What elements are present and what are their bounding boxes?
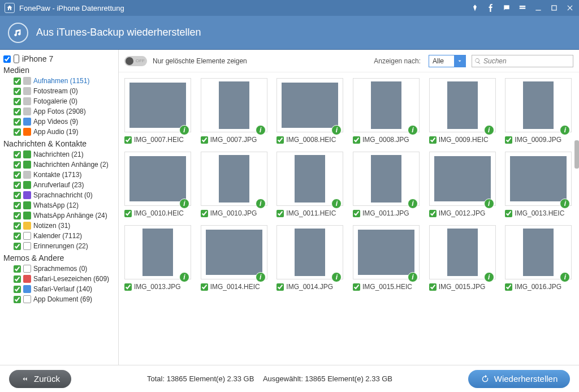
home-icon[interactable] bbox=[5, 3, 15, 13]
thumbnail[interactable]: i bbox=[505, 152, 572, 206]
scrollbar-thumb[interactable] bbox=[574, 140, 579, 169]
sidebar-item[interactable]: Safari-Verlauf (140) bbox=[3, 284, 115, 294]
thumbnail[interactable]: i bbox=[276, 78, 343, 132]
thumbnail[interactable]: i bbox=[505, 78, 572, 132]
item-checkbox[interactable] bbox=[14, 296, 21, 303]
item-checkbox[interactable] bbox=[14, 212, 21, 219]
sidebar-item[interactable]: Sprachnachricht (0) bbox=[3, 190, 115, 200]
item-checkbox[interactable] bbox=[14, 151, 21, 158]
item-checkbox[interactable] bbox=[14, 171, 21, 179]
thumbnail[interactable]: i bbox=[353, 225, 420, 279]
sidebar-item[interactable]: Safari-Lesezeichen (609) bbox=[3, 274, 115, 284]
diamond-icon[interactable] bbox=[470, 3, 479, 12]
sidebar-item[interactable]: Kontakte (1713) bbox=[3, 170, 115, 180]
thumb-checkbox[interactable] bbox=[276, 136, 284, 144]
search-box[interactable] bbox=[472, 55, 573, 67]
info-badge-icon[interactable]: i bbox=[408, 199, 418, 209]
thumbnail[interactable]: i bbox=[429, 152, 496, 206]
close-icon[interactable] bbox=[565, 3, 574, 12]
back-button[interactable]: Zurück bbox=[9, 370, 71, 388]
item-checkbox[interactable] bbox=[14, 98, 21, 105]
sidebar-item[interactable]: WhatsApp (12) bbox=[3, 200, 115, 210]
thumb-checkbox[interactable] bbox=[505, 210, 512, 217]
thumb-checkbox[interactable] bbox=[124, 283, 132, 291]
thumbnail[interactable]: i bbox=[353, 78, 420, 132]
thumb-checkbox[interactable] bbox=[124, 210, 132, 217]
info-badge-icon[interactable]: i bbox=[560, 125, 570, 135]
sidebar-item[interactable]: App Videos (9) bbox=[3, 117, 115, 127]
thumbnail[interactable]: i bbox=[201, 78, 267, 132]
thumb-checkbox[interactable] bbox=[353, 210, 360, 217]
info-badge-icon[interactable]: i bbox=[179, 199, 189, 209]
thumb-checkbox[interactable] bbox=[353, 283, 360, 291]
info-badge-icon[interactable]: i bbox=[484, 125, 494, 135]
search-input[interactable] bbox=[483, 57, 568, 65]
item-checkbox[interactable] bbox=[14, 128, 21, 136]
thumbnail[interactable]: i bbox=[124, 152, 191, 206]
sidebar-item[interactable]: Kalender (7112) bbox=[3, 231, 115, 241]
sidebar-item[interactable]: Fotogalerie (0) bbox=[3, 96, 115, 106]
info-badge-icon[interactable]: i bbox=[408, 272, 418, 282]
item-checkbox[interactable] bbox=[14, 202, 21, 209]
thumb-checkbox[interactable] bbox=[505, 136, 512, 144]
item-checkbox[interactable] bbox=[14, 88, 21, 95]
deleted-only-toggle[interactable]: OFF bbox=[124, 56, 147, 66]
item-checkbox[interactable] bbox=[14, 232, 21, 240]
item-checkbox[interactable] bbox=[14, 275, 21, 283]
item-checkbox[interactable] bbox=[14, 243, 21, 250]
info-badge-icon[interactable]: i bbox=[484, 272, 494, 282]
item-checkbox[interactable] bbox=[14, 286, 21, 293]
item-checkbox[interactable] bbox=[14, 161, 21, 169]
device-row[interactable]: iPhone 7 bbox=[3, 54, 115, 63]
thumbnail[interactable]: i bbox=[201, 152, 267, 206]
thumb-checkbox[interactable] bbox=[429, 210, 437, 217]
info-badge-icon[interactable]: i bbox=[331, 272, 342, 282]
thumb-checkbox[interactable] bbox=[276, 283, 284, 291]
sidebar-item[interactable]: Nachrichten (21) bbox=[3, 149, 115, 160]
sidebar-item[interactable]: Erinnerungen (22) bbox=[3, 241, 115, 251]
thumbnail[interactable]: i bbox=[353, 152, 420, 206]
sidebar-item[interactable]: Nachrichten Anhänge (2) bbox=[3, 160, 115, 170]
thumbnail-grid-wrap[interactable]: iIMG_0007.HEICiIMG_0007.JPGiIMG_0008.HEI… bbox=[119, 72, 579, 365]
thumbnail[interactable]: i bbox=[201, 225, 267, 279]
recover-button[interactable]: Wiederherstellen bbox=[468, 370, 570, 388]
thumbnail[interactable]: i bbox=[276, 225, 343, 279]
sidebar-item[interactable]: Fotostream (0) bbox=[3, 86, 115, 96]
info-badge-icon[interactable]: i bbox=[179, 125, 189, 135]
thumbnail[interactable]: i bbox=[124, 225, 191, 279]
info-badge-icon[interactable]: i bbox=[256, 199, 266, 209]
item-checkbox[interactable] bbox=[14, 192, 21, 199]
info-badge-icon[interactable]: i bbox=[256, 272, 266, 282]
item-checkbox[interactable] bbox=[14, 77, 21, 85]
item-checkbox[interactable] bbox=[14, 222, 21, 230]
minimize-icon[interactable] bbox=[534, 3, 543, 12]
thumb-checkbox[interactable] bbox=[124, 136, 132, 144]
thumbnail[interactable]: i bbox=[429, 225, 496, 279]
thumbnail[interactable]: i bbox=[124, 78, 191, 132]
item-checkbox[interactable] bbox=[14, 108, 21, 115]
thumb-checkbox[interactable] bbox=[201, 283, 208, 291]
info-badge-icon[interactable]: i bbox=[256, 125, 266, 135]
thumbnail[interactable]: i bbox=[505, 225, 572, 279]
thumb-checkbox[interactable] bbox=[276, 210, 284, 217]
sidebar-item[interactable]: Notizen (31) bbox=[3, 221, 115, 231]
thumb-checkbox[interactable] bbox=[505, 283, 512, 291]
info-badge-icon[interactable]: i bbox=[331, 199, 342, 209]
thumbnail[interactable]: i bbox=[429, 78, 496, 132]
thumb-checkbox[interactable] bbox=[201, 136, 208, 144]
feedback-icon[interactable] bbox=[518, 3, 527, 12]
item-checkbox[interactable] bbox=[14, 182, 21, 189]
filter-dropdown[interactable]: Alle bbox=[429, 55, 466, 67]
info-badge-icon[interactable]: i bbox=[560, 272, 570, 282]
facebook-icon[interactable] bbox=[486, 3, 495, 12]
device-checkbox[interactable] bbox=[3, 55, 11, 63]
thumb-checkbox[interactable] bbox=[429, 136, 437, 144]
chat-icon[interactable] bbox=[502, 3, 511, 12]
sidebar-item[interactable]: Anrufverlauf (23) bbox=[3, 180, 115, 190]
info-badge-icon[interactable]: i bbox=[179, 272, 189, 282]
item-checkbox[interactable] bbox=[14, 118, 21, 126]
thumbnail[interactable]: i bbox=[276, 152, 343, 206]
thumb-checkbox[interactable] bbox=[201, 210, 208, 217]
sidebar-item[interactable]: Aufnahmen (1151) bbox=[3, 76, 115, 86]
thumb-checkbox[interactable] bbox=[353, 136, 360, 144]
